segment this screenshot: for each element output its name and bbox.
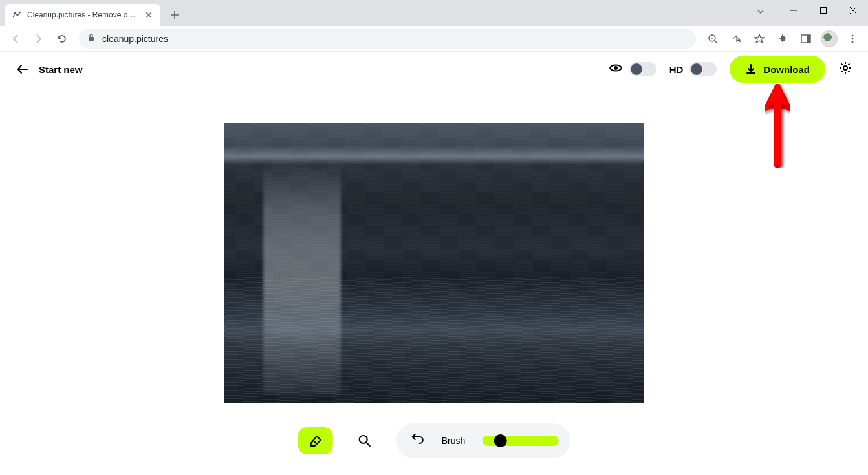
reload-button[interactable] (52, 28, 72, 49)
undo-icon (411, 432, 425, 447)
share-icon[interactable] (726, 28, 746, 49)
window-controls (779, 0, 868, 21)
bottom-toolbar: Brush (298, 423, 570, 458)
svg-point-8 (852, 41, 854, 43)
image-canvas[interactable] (224, 123, 644, 403)
menu-icon[interactable] (842, 28, 863, 49)
slider-knob[interactable] (494, 434, 506, 447)
close-window-button[interactable] (838, 0, 868, 21)
preview-toggle[interactable] (629, 62, 656, 76)
download-label: Download (763, 64, 810, 75)
start-new-button[interactable]: Start new (16, 62, 83, 76)
brush-label: Brush (442, 436, 466, 446)
zoom-icon[interactable] (702, 28, 723, 49)
eraser-icon (309, 434, 323, 448)
favicon-icon (12, 10, 22, 20)
star-icon[interactable] (749, 28, 770, 49)
undo-button[interactable] (411, 432, 425, 449)
search-icon (358, 434, 371, 447)
svg-rect-2 (89, 37, 94, 41)
new-tab-button[interactable] (166, 6, 184, 24)
preview-toggle-group (609, 61, 656, 78)
hd-toggle-group: HD (669, 62, 717, 76)
start-new-label: Start new (39, 64, 83, 75)
zoom-tool-button[interactable] (347, 427, 382, 454)
close-icon[interactable] (144, 10, 154, 20)
tab-bar: Cleanup.pictures - Remove objec (0, 0, 868, 26)
back-button[interactable] (5, 28, 26, 49)
browser-chrome: Cleanup.pictures - Remove objec (0, 0, 868, 52)
svg-point-10 (843, 66, 847, 70)
svg-point-0 (14, 12, 16, 14)
brush-panel: Brush (396, 423, 570, 458)
maximize-button[interactable] (808, 0, 838, 21)
arrow-left-icon (16, 62, 30, 76)
tab-title: Cleanup.pictures - Remove objec (27, 10, 138, 19)
address-bar-row: cleanup.pictures (0, 26, 868, 52)
header-right: HD Download (609, 56, 852, 83)
svg-rect-5 (807, 35, 810, 43)
url-text: cleanup.pictures (102, 34, 688, 44)
eraser-tool-button[interactable] (298, 427, 333, 454)
address-bar[interactable]: cleanup.pictures (79, 29, 696, 49)
eye-icon (609, 61, 623, 78)
svg-point-6 (852, 34, 854, 36)
extensions-icon[interactable] (772, 28, 793, 49)
svg-point-11 (360, 436, 367, 443)
tab-search-button[interactable] (750, 4, 771, 19)
gear-icon[interactable] (838, 61, 852, 78)
forward-button[interactable] (28, 28, 49, 49)
canvas-area (0, 87, 868, 403)
svg-rect-1 (821, 8, 827, 14)
svg-point-9 (614, 66, 618, 70)
minimize-button[interactable] (779, 0, 808, 21)
app-header: Start new HD Download (0, 52, 868, 87)
brush-size-slider[interactable] (482, 436, 558, 446)
hd-label: HD (669, 64, 684, 75)
profile-avatar[interactable] (819, 28, 840, 49)
lock-icon (87, 33, 96, 45)
hd-toggle[interactable] (689, 62, 717, 76)
sidepanel-icon[interactable] (796, 28, 816, 49)
download-button[interactable]: Download (730, 56, 825, 83)
download-icon (745, 63, 757, 75)
svg-point-7 (852, 38, 854, 39)
browser-tab[interactable]: Cleanup.pictures - Remove objec (5, 4, 160, 26)
